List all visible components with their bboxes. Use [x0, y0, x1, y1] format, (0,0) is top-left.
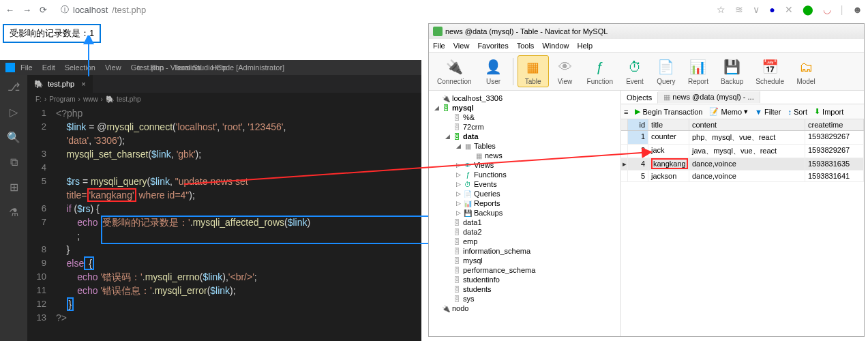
ext-icon[interactable]: ≋ [735, 4, 743, 15]
page-output-box: 受影响的记录数是：1 [3, 24, 101, 43]
tree-functions: ▷ƒFunctions [429, 170, 620, 179]
tree-db: 🗄sys [429, 294, 620, 303]
star-icon[interactable]: ☆ [717, 4, 725, 15]
table-row-selected[interactable]: ▸ 4 kangkang dance,voince 1593831635 [621, 158, 864, 170]
tool-backup[interactable]: 💾Backup [715, 56, 749, 87]
navicat-logo-icon [433, 27, 443, 36]
sort-button[interactable]: ↕Sort [788, 108, 807, 116]
tree-db: 🗄72crm [429, 122, 620, 132]
vscode-logo-icon [5, 63, 15, 72]
tree-events: ▷⏱Events [429, 179, 620, 189]
menu-window[interactable]: Window [542, 42, 569, 50]
navicat-window: news @data (mysql) - Table - Navicat for… [428, 23, 865, 337]
menu-icon[interactable]: ≡ [624, 108, 628, 116]
extensions-icon[interactable]: ⧉ [10, 156, 18, 168]
menu-file[interactable]: File [20, 63, 33, 72]
forward-button[interactable]: → [23, 5, 31, 15]
tool-connection[interactable]: 🔌Connection [432, 56, 477, 87]
menu-help[interactable]: Help [577, 42, 593, 50]
row-pointer-icon: ▸ [621, 158, 628, 170]
table-row[interactable]: 5 jackson dance,voince 1593831641 [621, 170, 864, 182]
memo-button[interactable]: 📝Memo ▾ [709, 107, 748, 116]
tree-queries: ▷📄Queries [429, 189, 620, 198]
ext-icon[interactable]: ∨ [753, 4, 760, 15]
tree-db: 🗄data2 [429, 227, 620, 237]
menu-view[interactable]: View [453, 42, 470, 50]
tree-db: 🗄emp [429, 237, 620, 246]
menu-tools[interactable]: Tools [517, 42, 535, 50]
navicat-menubar: File View Favorites Tools Window Help [429, 39, 864, 53]
col-id[interactable]: id [628, 119, 648, 130]
divider: | [841, 4, 843, 15]
search-icon[interactable]: 🔍 [7, 131, 20, 144]
reload-button[interactable]: ⟳ [40, 5, 47, 15]
tool-table[interactable]: ▦Table [518, 55, 549, 87]
back-button[interactable]: ← [5, 5, 14, 15]
info-icon: ⓘ [61, 4, 69, 16]
tree-db: ◢🗄data [429, 132, 620, 141]
table-row[interactable]: 1 counter php、mysql、vue、react 1593829267 [621, 131, 864, 145]
menu-file[interactable]: File [433, 42, 445, 50]
connection-tree[interactable]: 🔌localhost_3306 ◢🗄mysql 🗄%& 🗄72crm ◢🗄dat… [429, 91, 621, 336]
tool-event[interactable]: ⏱Event [620, 56, 650, 87]
data-table[interactable]: id title content createtime 1 counter ph… [621, 119, 864, 182]
tree-tables: ◢▦Tables [429, 141, 620, 151]
object-tabs: Objects ▦ news @data (mysql) - ... [621, 91, 864, 104]
navicat-toolbar: 🔌Connection 👤User ▦Table 👁View ƒFunction… [429, 53, 864, 91]
ext-icon[interactable]: ◡ [823, 4, 831, 15]
main-area: Objects ▦ news @data (mysql) - ... ≡ ▶Be… [621, 91, 864, 336]
filter-button[interactable]: ▼Filter [755, 108, 781, 116]
col-content[interactable]: content [689, 119, 805, 130]
tree-table-news: ▦news [429, 151, 620, 160]
close-icon[interactable]: × [81, 80, 85, 88]
url-path: /test.php [112, 5, 146, 15]
table-row[interactable]: 2 jack java、mysql、vue、react 1593829267 [621, 145, 864, 158]
editor-area: 🐘 test.php × F:› Program› www› 🐘 test.ph… [27, 75, 421, 341]
tool-model[interactable]: 🗂Model [791, 56, 821, 87]
menu-view[interactable]: View [105, 63, 121, 72]
tree-db: 🗄%& [429, 113, 620, 122]
import-button[interactable]: ⬇Import [814, 107, 843, 116]
menu-edit[interactable]: Edit [42, 63, 55, 72]
page-output-text: 受影响的记录数是：1 [10, 28, 94, 38]
ext-icon[interactable]: ● [769, 4, 775, 15]
beaker-icon[interactable]: ⚗ [9, 206, 18, 219]
tool-report[interactable]: 📊Report [683, 56, 714, 87]
url-host: localhost [73, 5, 108, 15]
tree-connection: ◢🗄mysql [429, 103, 620, 113]
tab-news[interactable]: ▦ news @data (mysql) - ... [658, 91, 760, 103]
test-icon[interactable]: ⊞ [10, 181, 18, 194]
tool-view[interactable]: 👁View [550, 56, 580, 87]
ext-icon[interactable]: ✕ [785, 4, 793, 15]
code-editor[interactable]: 1<?php 2 $link = @mysqli_connect('localh… [27, 105, 421, 329]
tool-function[interactable]: ƒFunction [582, 56, 618, 87]
tab-objects[interactable]: Objects [621, 92, 658, 104]
profile-icon[interactable]: ☻ [852, 4, 863, 15]
highlight-kangkang: 'kangkang' [87, 188, 136, 202]
browser-extensions: ☆ ≋ ∨ ● ✕ ⬤ ◡ | ☻ [717, 4, 863, 15]
tree-db: 🗄mysql [429, 256, 620, 265]
tool-schedule[interactable]: 📅Schedule [750, 56, 790, 87]
breadcrumb[interactable]: F:› Program› www› 🐘 test.php [27, 93, 421, 105]
col-createtime[interactable]: createtime [805, 119, 864, 130]
col-title[interactable]: title [648, 119, 689, 130]
navicat-title: news @data (mysql) - Table - Navicat for… [445, 27, 608, 35]
tab-test-php[interactable]: 🐘 test.php × [27, 75, 93, 93]
address-bar[interactable]: ⓘ localhost/test.php [61, 4, 146, 16]
vscode-window: File Edit Selection View Go Run Terminal… [0, 60, 421, 341]
tree-connection: 🔌nodo [429, 303, 620, 313]
highlight-kangkang-cell: kangkang [651, 158, 688, 169]
tree-db: 🗄students [429, 284, 620, 294]
run-icon[interactable]: ▷ [10, 106, 18, 119]
ext-icon[interactable]: ⬤ [803, 4, 813, 15]
activity-bar: ⎇ ▷ 🔍 ⧉ ⊞ ⚗ [0, 75, 27, 341]
browser-toolbar: ← → ⟳ ⓘ localhost/test.php ☆ ≋ ∨ ● ✕ ⬤ ◡… [0, 0, 868, 19]
tool-user[interactable]: 👤User [479, 56, 509, 87]
tree-db: 🗄performance_schema [429, 265, 620, 275]
source-control-icon[interactable]: ⎇ [8, 80, 20, 93]
begin-transaction-button[interactable]: ▶Begin Transaction [635, 107, 702, 116]
menu-favorites[interactable]: Favorites [477, 42, 508, 50]
highlight-echo-block [101, 216, 442, 244]
tool-query[interactable]: 📄Query [651, 56, 681, 87]
menu-selection[interactable]: Selection [65, 63, 95, 72]
